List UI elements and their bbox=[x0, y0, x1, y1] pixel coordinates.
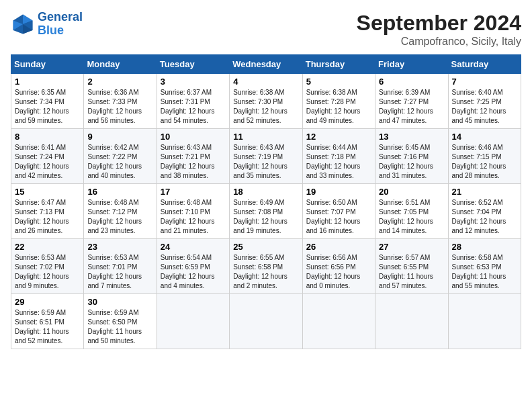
day-info: Sunrise: 6:47 AM Sunset: 7:13 PM Dayligh… bbox=[15, 198, 80, 236]
calendar-cell: 10 Sunrise: 6:43 AM Sunset: 7:21 PM Dayl… bbox=[157, 129, 229, 184]
day-info: Sunrise: 6:56 AM Sunset: 6:56 PM Dayligh… bbox=[306, 253, 371, 291]
day-info: Sunrise: 6:43 AM Sunset: 7:19 PM Dayligh… bbox=[233, 143, 298, 181]
calendar-cell: 26 Sunrise: 6:56 AM Sunset: 6:56 PM Dayl… bbox=[302, 239, 375, 294]
calendar-cell bbox=[448, 294, 521, 349]
day-number: 18 bbox=[233, 187, 298, 197]
day-number: 9 bbox=[87, 132, 152, 142]
day-info: Sunrise: 6:44 AM Sunset: 7:18 PM Dayligh… bbox=[306, 143, 371, 181]
day-number: 3 bbox=[161, 77, 226, 87]
day-info: Sunrise: 6:35 AM Sunset: 7:34 PM Dayligh… bbox=[15, 88, 80, 126]
calendar-cell: 9 Sunrise: 6:42 AM Sunset: 7:22 PM Dayli… bbox=[84, 129, 157, 184]
calendar-table: Sunday Monday Tuesday Wednesday Thursday… bbox=[11, 54, 521, 349]
day-info: Sunrise: 6:46 AM Sunset: 7:15 PM Dayligh… bbox=[452, 143, 517, 181]
day-number: 27 bbox=[379, 242, 444, 252]
calendar-cell: 2 Sunrise: 6:36 AM Sunset: 7:33 PM Dayli… bbox=[84, 74, 157, 129]
day-number: 19 bbox=[306, 187, 371, 197]
day-info: Sunrise: 6:43 AM Sunset: 7:21 PM Dayligh… bbox=[161, 143, 226, 181]
day-info: Sunrise: 6:59 AM Sunset: 6:51 PM Dayligh… bbox=[15, 308, 80, 346]
day-info: Sunrise: 6:37 AM Sunset: 7:31 PM Dayligh… bbox=[161, 88, 226, 126]
calendar-row: 29 Sunrise: 6:59 AM Sunset: 6:51 PM Dayl… bbox=[11, 294, 521, 349]
calendar-cell: 16 Sunrise: 6:48 AM Sunset: 7:12 PM Dayl… bbox=[84, 184, 157, 239]
day-number: 5 bbox=[306, 77, 371, 87]
calendar-cell: 28 Sunrise: 6:58 AM Sunset: 6:53 PM Dayl… bbox=[448, 239, 521, 294]
calendar-row: 1 Sunrise: 6:35 AM Sunset: 7:34 PM Dayli… bbox=[11, 74, 521, 129]
calendar-cell bbox=[230, 294, 302, 349]
day-number: 25 bbox=[233, 242, 298, 252]
logo-text: General Blue bbox=[38, 11, 83, 38]
calendar-cell: 7 Sunrise: 6:40 AM Sunset: 7:25 PM Dayli… bbox=[448, 74, 521, 129]
calendar-cell: 30 Sunrise: 6:59 AM Sunset: 6:50 PM Dayl… bbox=[84, 294, 157, 349]
day-number: 4 bbox=[233, 77, 298, 87]
calendar-cell: 17 Sunrise: 6:48 AM Sunset: 7:10 PM Dayl… bbox=[157, 184, 229, 239]
day-info: Sunrise: 6:53 AM Sunset: 7:02 PM Dayligh… bbox=[15, 253, 80, 291]
calendar-cell: 13 Sunrise: 6:45 AM Sunset: 7:16 PM Dayl… bbox=[375, 129, 448, 184]
day-number: 28 bbox=[452, 242, 517, 252]
calendar-row: 15 Sunrise: 6:47 AM Sunset: 7:13 PM Dayl… bbox=[11, 184, 521, 239]
day-info: Sunrise: 6:36 AM Sunset: 7:33 PM Dayligh… bbox=[87, 88, 152, 126]
col-wednesday: Wednesday bbox=[230, 55, 302, 74]
day-info: Sunrise: 6:51 AM Sunset: 7:05 PM Dayligh… bbox=[379, 198, 444, 236]
day-number: 22 bbox=[15, 242, 80, 252]
day-info: Sunrise: 6:38 AM Sunset: 7:30 PM Dayligh… bbox=[233, 88, 298, 126]
day-number: 1 bbox=[15, 77, 80, 87]
calendar-cell bbox=[375, 294, 448, 349]
day-info: Sunrise: 6:45 AM Sunset: 7:16 PM Dayligh… bbox=[379, 143, 444, 181]
day-number: 12 bbox=[306, 132, 371, 142]
day-info: Sunrise: 6:40 AM Sunset: 7:25 PM Dayligh… bbox=[452, 88, 517, 126]
calendar-cell: 6 Sunrise: 6:39 AM Sunset: 7:27 PM Dayli… bbox=[375, 74, 448, 129]
calendar-cell: 29 Sunrise: 6:59 AM Sunset: 6:51 PM Dayl… bbox=[11, 294, 84, 349]
day-info: Sunrise: 6:42 AM Sunset: 7:22 PM Dayligh… bbox=[87, 143, 152, 181]
calendar-row: 8 Sunrise: 6:41 AM Sunset: 7:24 PM Dayli… bbox=[11, 129, 521, 184]
day-info: Sunrise: 6:41 AM Sunset: 7:24 PM Dayligh… bbox=[15, 143, 80, 181]
day-number: 11 bbox=[233, 132, 298, 142]
calendar-cell: 27 Sunrise: 6:57 AM Sunset: 6:55 PM Dayl… bbox=[375, 239, 448, 294]
day-info: Sunrise: 6:55 AM Sunset: 6:58 PM Dayligh… bbox=[233, 253, 298, 291]
day-number: 7 bbox=[452, 77, 517, 87]
calendar-cell bbox=[302, 294, 375, 349]
calendar-cell: 19 Sunrise: 6:50 AM Sunset: 7:07 PM Dayl… bbox=[302, 184, 375, 239]
calendar-cell: 24 Sunrise: 6:54 AM Sunset: 6:59 PM Dayl… bbox=[157, 239, 229, 294]
day-info: Sunrise: 6:53 AM Sunset: 7:01 PM Dayligh… bbox=[87, 253, 152, 291]
col-tuesday: Tuesday bbox=[157, 55, 229, 74]
day-info: Sunrise: 6:52 AM Sunset: 7:04 PM Dayligh… bbox=[452, 198, 517, 236]
calendar-cell: 4 Sunrise: 6:38 AM Sunset: 7:30 PM Dayli… bbox=[230, 74, 302, 129]
day-number: 30 bbox=[87, 297, 152, 307]
day-number: 17 bbox=[161, 187, 226, 197]
title-block: September 2024 Campofranco, Sicily, Ital… bbox=[357, 11, 521, 48]
day-number: 23 bbox=[87, 242, 152, 252]
calendar-cell: 22 Sunrise: 6:53 AM Sunset: 7:02 PM Dayl… bbox=[11, 239, 84, 294]
day-info: Sunrise: 6:59 AM Sunset: 6:50 PM Dayligh… bbox=[87, 308, 152, 346]
col-saturday: Saturday bbox=[448, 55, 521, 74]
month-year: September 2024 bbox=[357, 11, 521, 36]
day-number: 13 bbox=[379, 132, 444, 142]
calendar-cell: 3 Sunrise: 6:37 AM Sunset: 7:31 PM Dayli… bbox=[157, 74, 229, 129]
day-info: Sunrise: 6:54 AM Sunset: 6:59 PM Dayligh… bbox=[161, 253, 226, 291]
calendar-cell: 20 Sunrise: 6:51 AM Sunset: 7:05 PM Dayl… bbox=[375, 184, 448, 239]
day-number: 24 bbox=[161, 242, 226, 252]
calendar-row: 22 Sunrise: 6:53 AM Sunset: 7:02 PM Dayl… bbox=[11, 239, 521, 294]
day-number: 8 bbox=[15, 132, 80, 142]
page-header: General Blue September 2024 Campofranco,… bbox=[11, 11, 521, 48]
day-number: 16 bbox=[87, 187, 152, 197]
calendar-cell: 8 Sunrise: 6:41 AM Sunset: 7:24 PM Dayli… bbox=[11, 129, 84, 184]
day-number: 10 bbox=[161, 132, 226, 142]
calendar-cell: 25 Sunrise: 6:55 AM Sunset: 6:58 PM Dayl… bbox=[230, 239, 302, 294]
calendar-cell: 18 Sunrise: 6:49 AM Sunset: 7:08 PM Dayl… bbox=[230, 184, 302, 239]
day-number: 21 bbox=[452, 187, 517, 197]
day-number: 20 bbox=[379, 187, 444, 197]
day-number: 15 bbox=[15, 187, 80, 197]
calendar-cell: 11 Sunrise: 6:43 AM Sunset: 7:19 PM Dayl… bbox=[230, 129, 302, 184]
day-info: Sunrise: 6:49 AM Sunset: 7:08 PM Dayligh… bbox=[233, 198, 298, 236]
calendar-cell: 5 Sunrise: 6:38 AM Sunset: 7:28 PM Dayli… bbox=[302, 74, 375, 129]
location: Campofranco, Sicily, Italy bbox=[357, 36, 521, 48]
logo: General Blue bbox=[11, 11, 83, 38]
day-info: Sunrise: 6:48 AM Sunset: 7:10 PM Dayligh… bbox=[161, 198, 226, 236]
calendar-cell: 12 Sunrise: 6:44 AM Sunset: 7:18 PM Dayl… bbox=[302, 129, 375, 184]
calendar-cell bbox=[157, 294, 229, 349]
day-info: Sunrise: 6:39 AM Sunset: 7:27 PM Dayligh… bbox=[379, 88, 444, 126]
day-info: Sunrise: 6:38 AM Sunset: 7:28 PM Dayligh… bbox=[306, 88, 371, 126]
calendar-cell: 1 Sunrise: 6:35 AM Sunset: 7:34 PM Dayli… bbox=[11, 74, 84, 129]
col-sunday: Sunday bbox=[11, 55, 84, 74]
col-monday: Monday bbox=[84, 55, 157, 74]
calendar-cell: 23 Sunrise: 6:53 AM Sunset: 7:01 PM Dayl… bbox=[84, 239, 157, 294]
